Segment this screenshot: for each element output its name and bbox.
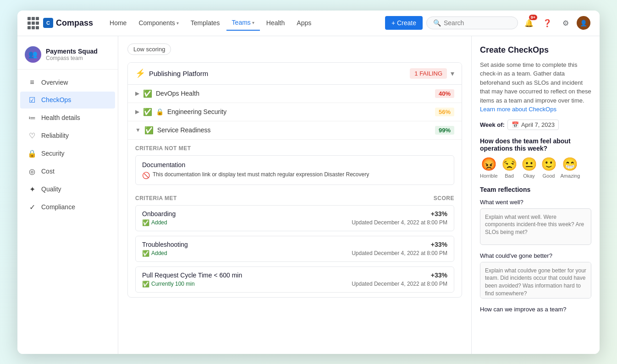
status-added: ✅ Currently 100 min (142, 281, 195, 288)
search-input[interactable] (444, 19, 511, 27)
criteria-not-met-label: Criteria not met (135, 145, 454, 152)
settings-button[interactable]: ⚙ (558, 16, 573, 30)
chevron-down-icon: ▾ (176, 21, 179, 26)
create-button[interactable]: + Create (385, 16, 423, 30)
chevron-icon[interactable]: ▼ (135, 127, 141, 133)
check-icon: ✅ (142, 219, 149, 226)
week-date-value: April 7, 2023 (521, 121, 555, 128)
went-well-textarea[interactable] (480, 208, 591, 245)
chevron-icon[interactable]: ▶ (135, 90, 139, 97)
quality-icon: ✦ (28, 185, 37, 194)
overview-icon: ≡ (28, 78, 37, 87)
status-added: ✅ Added (142, 250, 167, 257)
sidebar-item-label: Overview (41, 79, 68, 86)
criteria-met-troubleshooting: Troubleshooting +33% ✅ Added Updated Dec… (135, 236, 454, 262)
sidebar-item-health-details[interactable]: ≔ Health details (20, 109, 115, 126)
criteria-met-row-header: Pull Request Cycle Time < 600 min +33% (142, 272, 447, 279)
emoji-horrible[interactable]: 😡 Horrible (480, 157, 498, 179)
sidebar-item-label: CheckOps (41, 96, 71, 103)
check-left: ▼ ✅ Service Readiness (135, 126, 211, 135)
notification-badge: 9+ (529, 15, 537, 20)
criteria-met-title: Onboarding (142, 210, 176, 217)
amazing-label: Amazing (561, 173, 580, 179)
help-button[interactable]: ❓ (540, 16, 555, 30)
check-circle-icon: ✅ (144, 126, 154, 135)
panel-desc: Set aside some time to complete this che… (480, 60, 591, 114)
sidebar-item-quality[interactable]: ✦ Quality (20, 181, 115, 198)
criteria-met-header: Criteria met Score (135, 195, 454, 201)
criteria-met-sub: ✅ Added Updated December 4, 2022 at 8:00… (142, 250, 447, 257)
sidebar-item-security[interactable]: 🔒 Security (20, 145, 115, 162)
learn-more-link[interactable]: Learn more about CheckOps (480, 106, 556, 113)
expand-icon[interactable]: ▾ (451, 69, 454, 78)
nav-components[interactable]: Components ▾ (133, 16, 184, 30)
updated-date: Updated December 4, 2022 at 8:00 PM (352, 281, 447, 288)
bad-label: Bad (505, 173, 514, 179)
criteria-met-score: +33% (431, 272, 447, 279)
criteria-met-title: Pull Request Cycle Time < 600 min (142, 272, 242, 279)
nav-actions: + Create 🔍 🔔 9+ ❓ ⚙ 👤 (385, 16, 590, 30)
main-layout: 👥 Payments Squad Compass team ≡ Overview… (17, 36, 600, 354)
check-name: Engineering Security (167, 108, 226, 115)
sidebar-item-checkops[interactable]: ☑ CheckOps (20, 92, 115, 109)
team-sub: Compass team (46, 55, 98, 61)
user-avatar[interactable]: 👤 (577, 16, 590, 30)
emoji-good[interactable]: 🙂 Good (541, 157, 557, 179)
could-better-textarea[interactable] (480, 262, 591, 299)
cost-icon: ◎ (28, 167, 37, 176)
nav-apps[interactable]: Apps (291, 16, 317, 30)
criteria-met-score: +33% (431, 241, 447, 248)
sidebar-item-cost[interactable]: ◎ Cost (20, 163, 115, 180)
search-box[interactable]: 🔍 (426, 16, 518, 29)
criteria-not-met-section: Criteria not met Documentation 🚫 This do… (128, 140, 462, 185)
check-icon: ✅ (142, 281, 149, 288)
emoji-bad[interactable]: 😒 Bad (501, 157, 518, 179)
team-header: 👥 Payments Squad Compass team (17, 43, 118, 70)
amazing-emoji: 😁 (562, 157, 578, 172)
sidebar-item-reliability[interactable]: ♡ Reliability (20, 127, 115, 144)
week-date-picker[interactable]: 📅 April 7, 2023 (507, 120, 559, 130)
check-circle-icon: ✅ (143, 89, 152, 98)
check-left: ▶ ✅ 🔒 Engineering Security (135, 108, 226, 116)
platform-header: ⚡ Publishing Platform 1 FAILING ▾ (128, 63, 462, 85)
error-icon: 🚫 (142, 172, 150, 179)
okay-label: Okay (523, 173, 535, 179)
nav-home[interactable]: Home (104, 16, 132, 30)
sidebar-item-label: Reliability (41, 132, 69, 139)
check-circle-icon: ✅ (143, 108, 152, 116)
score-badge: 99% (435, 126, 454, 135)
reflections-title: Team reflections (480, 186, 591, 193)
nav-health[interactable]: Health (261, 16, 290, 30)
score-badge: 56% (435, 108, 454, 116)
checkops-icon: ☑ (28, 96, 37, 104)
search-icon: 🔍 (433, 19, 441, 27)
low-scoring-badge[interactable]: Low scoring (127, 43, 171, 55)
status-added: ✅ Added (142, 219, 167, 226)
notifications-button[interactable]: 🔔 9+ (522, 16, 536, 30)
calendar-icon: 📅 (512, 121, 519, 128)
updated-date: Updated December 4, 2022 at 8:00 PM (352, 250, 447, 257)
health-details-icon: ≔ (28, 114, 37, 122)
bad-emoji: 😒 (501, 157, 518, 172)
nav-templates[interactable]: Templates (185, 16, 226, 30)
sidebar-item-label: Cost (41, 168, 55, 175)
logo-icon: C (43, 18, 53, 28)
emoji-amazing[interactable]: 😁 Amazing (561, 157, 580, 179)
check-row-readiness: ▼ ✅ Service Readiness 99% (128, 121, 462, 140)
security-icon: 🔒 (28, 149, 37, 158)
check-name: Service Readiness (157, 126, 211, 134)
criteria-met-pr-cycle: Pull Request Cycle Time < 600 min +33% ✅… (135, 266, 454, 293)
nav-teams[interactable]: Teams ▾ (226, 15, 260, 31)
criteria-item-title: Documentation (142, 161, 447, 168)
right-panel: Create CheckOps Set aside some time to c… (471, 36, 600, 354)
emoji-okay[interactable]: 😐 Okay (521, 157, 537, 179)
sidebar-item-overview[interactable]: ≡ Overview (20, 74, 115, 91)
chevron-icon[interactable]: ▶ (135, 109, 139, 115)
criteria-met-score: +33% (431, 210, 447, 217)
sidebar-item-compliance[interactable]: ✓ Compliance (20, 199, 115, 216)
logo[interactable]: C Compass (43, 18, 93, 28)
team-avatar: 👥 (25, 46, 41, 63)
grid-icon[interactable] (27, 16, 39, 29)
sidebar-item-label: Quality (41, 185, 61, 193)
top-nav: C Compass Home Components ▾ Templates Te… (17, 11, 600, 36)
